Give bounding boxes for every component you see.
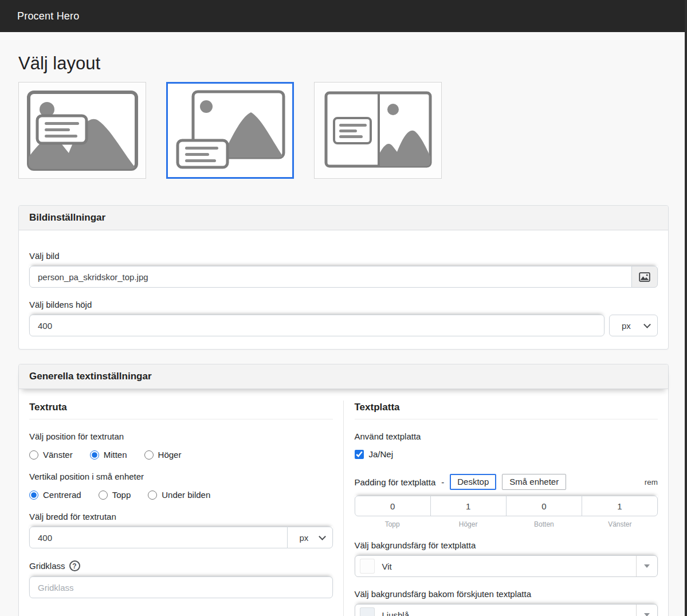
image-settings-title: Bildinställningar xyxy=(19,206,668,230)
textbox-title: Textruta xyxy=(29,401,333,419)
textbox-vertical-label: Vertikal position i små enheter xyxy=(29,472,333,481)
image-field-label: Välj bild xyxy=(29,251,658,261)
padding-tab-desktop[interactable]: Desktop xyxy=(450,474,496,490)
unit-value: px xyxy=(622,321,631,331)
image-file-input[interactable] xyxy=(29,266,632,288)
padding-unit: rem xyxy=(645,478,658,486)
radio-input-vanster[interactable] xyxy=(29,450,38,460)
question-icon[interactable]: ? xyxy=(69,560,80,571)
textbox-position-radios: Vänster Mitten Höger xyxy=(29,450,333,460)
textbox-position-label: Välj position för textrutan xyxy=(29,431,333,441)
unit-value: px xyxy=(300,533,309,543)
padding-values-group xyxy=(355,496,658,516)
page-title: Välj layout xyxy=(18,53,669,74)
text-settings-body: Textruta Välj position för textrutan Vän… xyxy=(19,389,668,616)
image-height-unit-select[interactable]: px xyxy=(609,315,658,336)
radio-label: Topp xyxy=(112,490,131,500)
app-header: Procent Hero xyxy=(0,0,687,32)
padding-dash: - xyxy=(441,477,444,487)
scrollbar[interactable] xyxy=(685,0,687,616)
radio-hoger[interactable]: Höger xyxy=(144,450,182,460)
layout-thumbnail-icon xyxy=(171,86,289,175)
layout-option-text-overlay-left[interactable] xyxy=(18,82,146,179)
text-settings-card: Generella textinställningar Textruta Väl… xyxy=(18,364,669,616)
checkbox-label: Ja/Nej xyxy=(369,449,394,459)
textplate-use-checkbox[interactable] xyxy=(355,450,364,459)
dropdown-caret-box xyxy=(636,556,657,576)
padding-right-label: Höger xyxy=(430,520,506,528)
textbox-column: Textruta Välj position för textrutan Vän… xyxy=(29,401,344,616)
image-icon xyxy=(639,272,650,282)
image-input-group xyxy=(29,266,658,288)
radio-input-mitten[interactable] xyxy=(90,450,99,460)
radio-label: Centrerad xyxy=(43,490,81,500)
caret-down-icon xyxy=(644,613,650,616)
textplate-offset-bg-select[interactable]: Ljusblå xyxy=(355,604,658,616)
padding-left-input[interactable] xyxy=(582,496,658,516)
padding-left-label: Vänster xyxy=(582,520,658,528)
layout-picker xyxy=(18,82,669,179)
radio-label: Vänster xyxy=(43,450,73,460)
textplate-bg-label: Välj bakgrundsfärg för textplatta xyxy=(355,540,658,550)
textbox-width-label: Välj bredd för textrutan xyxy=(29,512,333,521)
text-settings-title: Generella textinställningar xyxy=(19,364,668,389)
radio-input-centrerad[interactable] xyxy=(29,491,38,500)
radio-label: Under bilden xyxy=(162,490,210,500)
padding-right-input[interactable] xyxy=(430,496,507,516)
radio-input-hoger[interactable] xyxy=(144,450,154,460)
image-settings-body: Välj bild Välj bildens höjd px xyxy=(19,230,668,349)
gridclass-label: Gridklass xyxy=(29,561,65,571)
caret-down-icon xyxy=(644,564,650,568)
gridclass-label-row: Gridklass ? xyxy=(29,560,333,571)
gridclass-input[interactable] xyxy=(29,576,333,598)
textplate-column: Textplatta Använd textplatta Ja/Nej Padd… xyxy=(344,401,658,616)
padding-bottom-input[interactable] xyxy=(506,496,582,516)
image-settings-card: Bildinställningar Välj bild Välj bildens… xyxy=(18,205,669,350)
textbox-vertical-radios: Centrerad Topp Under bilden xyxy=(29,490,333,500)
layout-option-text-offset-bottom[interactable] xyxy=(166,82,294,179)
padding-label: Padding för textplatta xyxy=(355,477,436,487)
textplate-bg-select[interactable]: Vit xyxy=(355,555,658,577)
selected-color-name: Vit xyxy=(382,562,392,571)
radio-topp[interactable]: Topp xyxy=(99,490,131,500)
radio-mitten[interactable]: Mitten xyxy=(90,450,127,460)
image-height-label: Välj bildens höjd xyxy=(29,300,658,309)
selected-color-name: Ljusblå xyxy=(382,610,410,616)
chevron-down-icon xyxy=(319,533,326,540)
textplate-padding-row: Padding för textplatta - Desktop Små enh… xyxy=(355,474,658,490)
radio-label: Höger xyxy=(158,450,182,460)
radio-centrerad[interactable]: Centrerad xyxy=(29,490,81,500)
radio-under-bilden[interactable]: Under bilden xyxy=(148,490,210,500)
padding-top-input[interactable] xyxy=(355,496,431,516)
color-swatch-vit xyxy=(360,559,375,574)
padding-tab-small-devices[interactable]: Små enheter xyxy=(502,474,566,490)
radio-vanster[interactable]: Vänster xyxy=(29,450,73,460)
layout-option-text-image-split[interactable] xyxy=(314,82,442,179)
padding-bottom-label: Botten xyxy=(506,520,582,528)
dropdown-caret-box xyxy=(636,605,657,616)
padding-cell-labels: Topp Höger Botten Vänster xyxy=(355,520,658,528)
app-title: Procent Hero xyxy=(17,10,79,22)
textplate-offset-bg-label: Välj bakgrundsfärg bakom förskjuten text… xyxy=(355,589,658,599)
textbox-width-unit-select[interactable]: px xyxy=(287,527,333,548)
padding-top-label: Topp xyxy=(355,520,430,528)
radio-label: Mitten xyxy=(104,450,127,460)
browse-image-button[interactable] xyxy=(631,266,658,288)
textplate-use-label: Använd textplatta xyxy=(355,431,658,441)
textplate-use-checkbox-row[interactable]: Ja/Nej xyxy=(355,449,658,459)
chevron-down-icon xyxy=(643,321,651,328)
layout-thumbnail-icon xyxy=(23,86,142,175)
main-content: Välj layout xyxy=(0,53,687,616)
layout-thumbnail-icon xyxy=(319,86,437,175)
radio-input-topp[interactable] xyxy=(99,491,108,500)
textplate-title: Textplatta xyxy=(355,401,658,419)
image-height-row: px xyxy=(29,315,658,336)
color-swatch-ljusbla xyxy=(360,607,375,616)
radio-input-under-bilden[interactable] xyxy=(148,491,157,500)
textbox-width-group: px xyxy=(29,527,333,548)
image-height-input[interactable] xyxy=(29,315,604,336)
textbox-width-input[interactable] xyxy=(29,527,288,548)
